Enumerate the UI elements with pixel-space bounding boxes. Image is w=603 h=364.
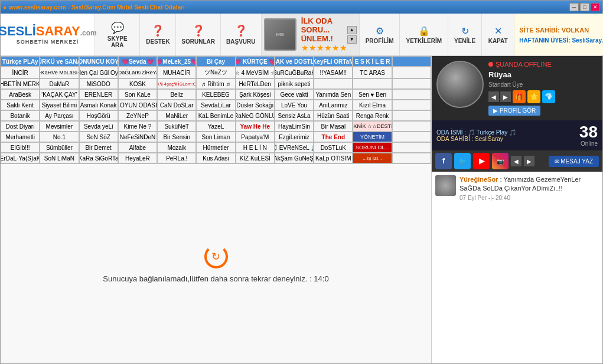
room-r0c8[interactable]: !!YASAM!! — [314, 67, 353, 78]
room-r6c8[interactable]: The End — [314, 132, 353, 142]
room-r0c9[interactable]: TC ARAS — [353, 67, 392, 78]
room-r2c5[interactable]: KELEBEG — [196, 89, 235, 100]
room-header-1[interactable]: 💗TÜRKÜ ve SANAT💗 — [40, 56, 79, 67]
social-next-button[interactable]: ▶ — [524, 156, 534, 166]
room-r3c4[interactable]: CaN DoSLar — [157, 100, 196, 110]
room-r4c0[interactable]: Botanik — [1, 110, 40, 121]
room-r8c7[interactable]: AkŞam GüNeŞi — [275, 153, 314, 163]
room-r7c2[interactable]: Bir Demet — [79, 142, 118, 153]
room-r0c2[interactable]: Eğlen Çal Gül Oyna — [79, 67, 118, 78]
room-r2c6[interactable]: Şark Köşesi — [236, 89, 275, 100]
room-r3c6[interactable]: Düsler Sokağı — [236, 100, 275, 110]
room-r3c9[interactable]: Kızıl Elma — [353, 100, 392, 110]
room-r7c6[interactable]: H E L İ N — [236, 142, 275, 153]
room-r7c4[interactable]: Mozaik — [157, 142, 196, 153]
yetkilerim-button[interactable]: 🔒 YETKİLERİM — [399, 14, 448, 55]
banner-up-button[interactable]: ▲ — [347, 26, 357, 34]
room-r0c6[interactable]: ☆ 4 MeVSİM ☆ — [236, 67, 275, 78]
room-r8c2[interactable]: KaRa SiGoRTa — [79, 153, 118, 163]
room-r7c0[interactable]: ElGib!!! — [1, 142, 40, 153]
instagram-button[interactable]: 📷 — [492, 153, 509, 169]
room-r4c3[interactable]: ZeYNeP — [118, 110, 157, 121]
room-r2c4[interactable]: Beliz — [157, 89, 196, 100]
room-r7c5[interactable]: Hürmetler — [196, 142, 235, 153]
room-r6c9[interactable]: YÖNETİM — [353, 132, 392, 142]
room-header-2[interactable]: ONUNCU KÖY — [79, 56, 118, 67]
room-r4c9[interactable]: Renga Renk — [353, 110, 392, 121]
room-r3c7[interactable]: LoVE You — [275, 100, 314, 110]
prev-profile-button[interactable]: ◀ — [488, 91, 499, 102]
room-r1c6[interactable]: HeRTeLDen — [236, 78, 275, 89]
room-header-4[interactable]: 💗MeLek_25💗 — [157, 56, 196, 67]
banner-down-button[interactable]: ▼ — [347, 35, 357, 44]
room-r6c5[interactable]: Son Liman — [196, 132, 235, 142]
room-r3c2[interactable]: Asmalı Konak — [79, 100, 118, 110]
room-header-6[interactable]: 💗 KÜRTÇE 💗 — [236, 56, 275, 67]
room-r3c1[interactable]: Siyaset Bilimi — [40, 100, 79, 110]
room-header-0[interactable]: Türkçe PLAy — [1, 56, 40, 67]
room-r7c9[interactable]: SORUNI OL... — [353, 142, 392, 153]
room-header-7[interactable]: YASAK ve DOSTLARI — [275, 56, 314, 67]
room-r1c7[interactable]: piknik sepeti — [275, 78, 314, 89]
room-r8c9[interactable]: ...İŞ İZİ... — [353, 153, 392, 163]
room-r6c2[interactable]: SoN SöZ — [79, 132, 118, 142]
room-r2c7[interactable]: Gece vakti — [275, 89, 314, 100]
room-r0c7[interactable]: BuRCuĞBuRaK — [275, 67, 314, 78]
room-r1c8[interactable] — [314, 78, 353, 89]
profil-gor-button[interactable]: ▶ PROFİL GÖR — [488, 106, 540, 116]
room-r1c4[interactable]: ↯TürK↯4şaç↯İSLom:Od-S↯ — [157, 78, 196, 89]
room-r3c8[interactable]: AnıLarımız — [314, 100, 353, 110]
room-r6c4[interactable]: Bir Sensin — [157, 132, 196, 142]
room-r1c5[interactable]: ♬ Rihtim ♬ — [196, 78, 235, 89]
room-r0c4[interactable]: MUHACİR — [157, 67, 196, 78]
room-r0c0[interactable]: İNCİR — [1, 67, 40, 78]
room-r0c3[interactable]: ♫ DaĞLarKıZiReYaN — [118, 67, 157, 78]
room-r6c1[interactable]: No.1 — [40, 132, 79, 142]
room-r0c1[interactable]: ☆KaHVe MoLaSı☆ — [40, 67, 79, 78]
room-r5c3[interactable]: Kime Ne ? — [118, 121, 157, 132]
room-r5c4[interactable]: SuküNeT — [157, 121, 196, 132]
mesaj-yaz-button[interactable]: ✉ MESAJ YAZ — [549, 156, 599, 167]
room-r1c0[interactable]: SOHBETİN MERKEZİ — [1, 78, 40, 89]
room-r2c1[interactable]: 'KAÇAK ÇAY' — [40, 89, 79, 100]
room-r3c3[interactable]: 🎮 OYUN ODASI🎮 — [118, 100, 157, 110]
youtube-button[interactable]: ▶ — [473, 153, 490, 169]
room-r1c9[interactable] — [353, 78, 392, 89]
room-r5c6[interactable]: Yaw He He — [236, 121, 275, 132]
maximize-button[interactable]: □ — [580, 3, 589, 11]
skype-ara-button[interactable]: 💬 SKYPE ARA — [95, 14, 140, 55]
next-profile-button[interactable]: ▶ — [500, 91, 511, 102]
basvuru-button[interactable]: ❓ BAŞVURU — [221, 14, 262, 55]
room-r4c5[interactable]: KaL BenimLe — [196, 110, 235, 121]
room-r7c8[interactable]: DoSTLuK — [314, 142, 353, 153]
room-header-8[interactable]: 🎵 KeyFLi ORTaM 🎵 — [314, 56, 353, 67]
room-r2c2[interactable]: ERENLER — [79, 89, 118, 100]
room-r2c3[interactable]: Son KaLe — [118, 89, 157, 100]
profilim-button[interactable]: ⚙ PROFİLİM — [359, 14, 400, 55]
room-r2c9[interactable]: Sen ♥ Ben — [353, 89, 392, 100]
room-r7c3[interactable]: Alfabe — [118, 142, 157, 153]
room-r4c4[interactable]: MaNiLer — [157, 110, 196, 121]
yenile-button[interactable]: ↻ YENİLE — [448, 14, 481, 55]
room-header-3[interactable]: 💗Sevda💗 — [118, 56, 157, 67]
sorunlar-button[interactable]: ❓ SORUNLAR — [176, 14, 220, 55]
room-r5c8[interactable]: Bir Masal — [314, 121, 353, 132]
facebook-button[interactable]: f — [435, 153, 452, 169]
room-r6c7[interactable]: EzgiLerimiz — [275, 132, 314, 142]
minimize-button[interactable]: ─ — [569, 3, 579, 11]
room-r8c4[interactable]: PeRLa.! — [157, 153, 196, 163]
room-r3c0[interactable]: Saklı Kent — [1, 100, 40, 110]
room-r4c8[interactable]: Hüzün Saati — [314, 110, 353, 121]
destek-button[interactable]: ❓ DESTEK — [140, 14, 176, 55]
room-r6c6[interactable]: Papatya'M — [236, 132, 275, 142]
room-r8c1[interactable]: SoN LiMaN — [40, 153, 79, 163]
room-r6c0[interactable]: Merhametli — [1, 132, 40, 142]
room-r6c3[interactable]: NeFeSiNDeN — [118, 132, 157, 142]
room-r8c6[interactable]: KİZ KuLESİ — [236, 153, 275, 163]
room-r7c7[interactable]: 🎵 EVReNSeL 🎵 — [275, 142, 314, 153]
room-r2c0[interactable]: AraBesk — [1, 89, 40, 100]
room-r1c2[interactable]: MiSODO — [79, 78, 118, 89]
room-r4c1[interactable]: Ay Parçası — [40, 110, 79, 121]
room-r5c5[interactable]: YazeL — [196, 121, 235, 132]
room-r4c2[interactable]: HoşGörü — [79, 110, 118, 121]
